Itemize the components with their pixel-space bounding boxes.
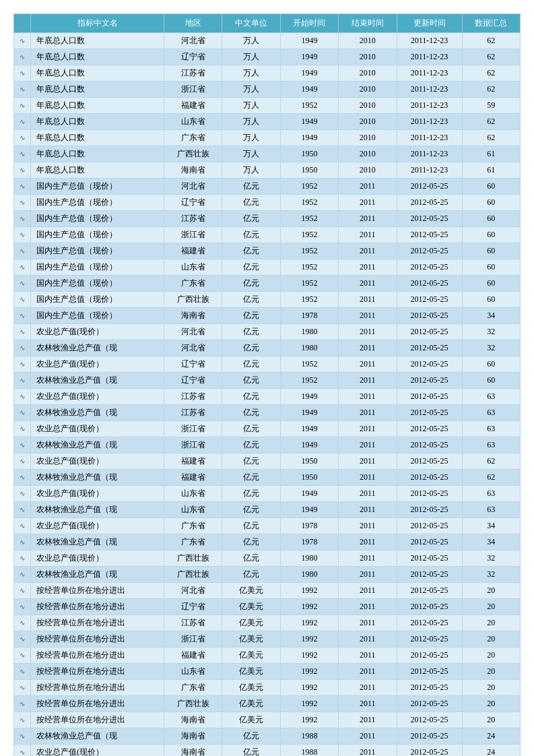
table-cell: 农业总产值(现价） — [31, 745, 164, 757]
table-cell: 河北省 — [164, 324, 222, 340]
table-cell: 国内生产总值（现价） — [31, 179, 164, 195]
table-cell: 2011 — [339, 421, 397, 437]
table-cell: 万人 — [222, 114, 280, 130]
table-cell: 2012-05-25 — [397, 712, 462, 728]
table-cell: 63 — [462, 389, 520, 405]
table-cell: 亿元 — [222, 389, 280, 405]
table-cell: 亿元 — [222, 259, 280, 276]
table-cell: 1952 — [280, 259, 338, 276]
table-cell: 2012-05-25 — [397, 195, 462, 211]
table-cell: 1952 — [280, 227, 338, 243]
table-cell: 1978 — [280, 518, 338, 534]
table-row: ∿按经营单位所在地分进出广东省亿美元199220112012-05-2520 — [14, 680, 521, 696]
table-cell: 2011 — [339, 437, 397, 453]
table-row: ∿农林牧渔业总产值（现浙江省亿元194920112012-05-2563 — [14, 437, 521, 453]
table-cell: 亿元 — [222, 195, 280, 211]
table-cell: 按经营单位所在地分进出 — [31, 631, 164, 648]
row-icon: ∿ — [14, 631, 31, 648]
table-cell: 2012-05-25 — [397, 259, 462, 276]
table-cell: 2011 — [339, 712, 397, 728]
table-cell: 亿美元 — [222, 712, 280, 728]
table-cell: 20 — [462, 664, 520, 680]
table-cell: 2010 — [339, 33, 397, 49]
table-cell: 农林牧渔业总产值（现 — [31, 502, 164, 518]
table-cell: 海南省 — [164, 728, 222, 745]
table-cell: 2011 — [339, 599, 397, 615]
table-cell: 2010 — [339, 82, 397, 98]
table-cell: 34 — [462, 518, 520, 534]
table-cell: 2012-05-25 — [397, 292, 462, 308]
table-row: ∿农业总产值(现价）江苏省亿元194920112012-05-2563 — [14, 389, 521, 405]
table-cell: 亿元 — [222, 292, 280, 308]
header-data-total: 数据汇总 — [462, 14, 520, 33]
table-cell: 1952 — [280, 292, 338, 308]
row-icon: ∿ — [14, 292, 31, 308]
table-row: ∿农业总产值(现价）福建省亿元195020112012-05-2562 — [14, 453, 521, 470]
table-cell: 海南省 — [164, 162, 222, 179]
table-cell: 1949 — [280, 49, 338, 65]
table-cell: 1949 — [280, 82, 338, 98]
table-cell: 2012-05-25 — [397, 502, 462, 518]
table-row: ∿农业总产值(现价）浙江省亿元194920112012-05-2563 — [14, 421, 521, 437]
table-cell: 1952 — [280, 98, 338, 114]
table-cell: 亿元 — [222, 356, 280, 373]
table-cell: 1992 — [280, 712, 338, 728]
table-row: ∿国内生产总值（现价）浙江省亿元195220112012-05-2560 — [14, 227, 521, 243]
table-cell: 2011 — [339, 631, 397, 648]
table-cell: 62 — [462, 453, 520, 470]
row-icon: ∿ — [14, 680, 31, 696]
table-cell: 1949 — [280, 421, 338, 437]
table-cell: 20 — [462, 648, 520, 664]
table-cell: 按经营单位所在地分进出 — [31, 583, 164, 599]
table-cell: 32 — [462, 550, 520, 567]
table-cell: 2011 — [339, 615, 397, 631]
table-cell: 浙江省 — [164, 421, 222, 437]
table-cell: 2010 — [339, 146, 397, 162]
table-row: ∿农业总产值(现价）河北省亿元198020112012-05-2532 — [14, 324, 521, 340]
table-row: ∿农林牧渔业总产值（现江苏省亿元194920112012-05-2563 — [14, 405, 521, 421]
table-cell: 32 — [462, 567, 520, 583]
table-cell: 海南省 — [164, 308, 222, 324]
table-cell: 2011-12-23 — [397, 49, 462, 65]
table-cell: 60 — [462, 211, 520, 227]
table-cell: 海南省 — [164, 712, 222, 728]
row-icon: ∿ — [14, 324, 31, 340]
table-cell: 60 — [462, 243, 520, 259]
table-row: ∿按经营单位所在地分进出辽宁省亿美元199220112012-05-2520 — [14, 599, 521, 615]
table-cell: 32 — [462, 340, 520, 356]
table-cell: 河北省 — [164, 583, 222, 599]
table-cell: 1988 — [280, 745, 338, 757]
table-row: ∿国内生产总值（现价）广西壮族亿元195220112012-05-2560 — [14, 292, 521, 308]
row-icon: ∿ — [14, 146, 31, 162]
table-cell: 2011 — [339, 486, 397, 502]
table-cell: 34 — [462, 534, 520, 550]
table-row: ∿农林牧渔业总产值（现广西壮族亿元198020112012-05-2532 — [14, 567, 521, 583]
table-cell: 亿元 — [222, 728, 280, 745]
table-cell: 万人 — [222, 65, 280, 82]
table-row: ∿农业总产值(现价）海南省亿元198820112012-05-2524 — [14, 745, 521, 757]
table-cell: 江苏省 — [164, 615, 222, 631]
table-cell: 亿元 — [222, 567, 280, 583]
table-cell: 1980 — [280, 550, 338, 567]
table-cell: 34 — [462, 308, 520, 324]
row-icon: ∿ — [14, 162, 31, 179]
table-cell: 山东省 — [164, 259, 222, 276]
table-cell: 2010 — [339, 114, 397, 130]
table-cell: 1992 — [280, 664, 338, 680]
table-cell: 亿美元 — [222, 696, 280, 712]
table-cell: 按经营单位所在地分进出 — [31, 599, 164, 615]
row-icon: ∿ — [14, 65, 31, 82]
table-cell: 亿美元 — [222, 615, 280, 631]
table-cell: 亿元 — [222, 405, 280, 421]
table-cell: 万人 — [222, 130, 280, 146]
table-row: ∿国内生产总值（现价）福建省亿元195220112012-05-2560 — [14, 243, 521, 259]
table-cell: 1949 — [280, 405, 338, 421]
table-cell: 2012-05-25 — [397, 421, 462, 437]
table-cell: 60 — [462, 276, 520, 292]
table-cell: 20 — [462, 583, 520, 599]
table-cell: 福建省 — [164, 98, 222, 114]
table-cell: 年底总人口数 — [31, 98, 164, 114]
row-icon: ∿ — [14, 502, 31, 518]
row-icon: ∿ — [14, 373, 31, 389]
table-cell: 亿美元 — [222, 680, 280, 696]
